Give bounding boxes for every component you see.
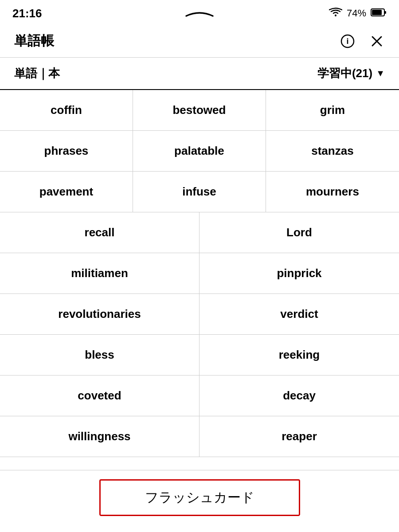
word-cell[interactable]: pavement: [0, 172, 133, 212]
status-filter[interactable]: 学習中(21) ▼: [317, 66, 385, 81]
word-cell[interactable]: palatable: [133, 131, 266, 171]
status-icons: 74%: [329, 7, 387, 20]
chevron-down-icon: ▼: [376, 68, 385, 78]
sub-header: 単語｜本 学習中(21) ▼: [0, 58, 399, 90]
word-cell[interactable]: infuse: [133, 172, 266, 212]
table-row[interactable]: revolutionariesverdict: [0, 294, 399, 335]
table-row[interactable]: blessreeking: [0, 335, 399, 376]
header-actions: i: [339, 32, 385, 50]
svg-text:i: i: [346, 37, 348, 46]
word-cell[interactable]: recall: [0, 212, 200, 253]
word-cell[interactable]: revolutionaries: [0, 294, 200, 334]
word-cell[interactable]: reaper: [200, 416, 399, 457]
table-row[interactable]: willingnessreaper: [0, 416, 399, 457]
word-cell[interactable]: coffin: [0, 90, 133, 130]
table-row[interactable]: pavementinfusemourners: [0, 172, 399, 212]
table-row[interactable]: militiamenpinprick: [0, 253, 399, 294]
word-cell[interactable]: mourners: [266, 172, 399, 212]
wifi-icon: [329, 7, 342, 20]
status-bar: 21:16 74%: [0, 0, 399, 25]
word-cell[interactable]: verdict: [200, 294, 399, 334]
word-cell[interactable]: coveted: [0, 376, 200, 416]
table-row[interactable]: recallLord: [0, 212, 399, 253]
table-row[interactable]: coffinbestowedgrim: [0, 90, 399, 131]
swipe-handle: [182, 7, 217, 20]
word-cell[interactable]: Lord: [200, 212, 399, 253]
word-cell[interactable]: militiamen: [0, 253, 200, 293]
word-cell[interactable]: phrases: [0, 131, 133, 171]
table-row[interactable]: phrasespalatablestanzas: [0, 131, 399, 172]
word-cell[interactable]: willingness: [0, 416, 200, 457]
app-title: 単語帳: [14, 32, 54, 50]
table-row[interactable]: coveteddecay: [0, 376, 399, 416]
info-button[interactable]: i: [339, 32, 356, 50]
word-cell[interactable]: bestowed: [133, 90, 266, 130]
svg-point-0: [335, 15, 336, 16]
word-cell[interactable]: reeking: [200, 335, 399, 375]
filter-label: 単語｜本: [14, 66, 60, 81]
status-time: 21:16: [12, 7, 42, 20]
app-header: 単語帳 i: [0, 25, 399, 58]
word-cell[interactable]: stanzas: [266, 131, 399, 171]
vocab-table: coffinbestowedgrimphrasespalatablestanza…: [0, 90, 399, 457]
word-cell[interactable]: decay: [200, 376, 399, 416]
word-cell[interactable]: pinprick: [200, 253, 399, 293]
svg-rect-2: [384, 11, 386, 14]
word-cell[interactable]: bless: [0, 335, 200, 375]
flashcard-button[interactable]: フラッシュカード: [99, 479, 300, 516]
status-label: 学習中(21): [317, 66, 372, 81]
bottom-bar: フラッシュカード: [0, 470, 399, 532]
word-cell[interactable]: grim: [266, 90, 399, 130]
close-button[interactable]: [369, 33, 385, 49]
battery-percentage: 74%: [347, 8, 366, 19]
svg-rect-3: [372, 10, 382, 15]
battery-icon: [371, 8, 387, 19]
